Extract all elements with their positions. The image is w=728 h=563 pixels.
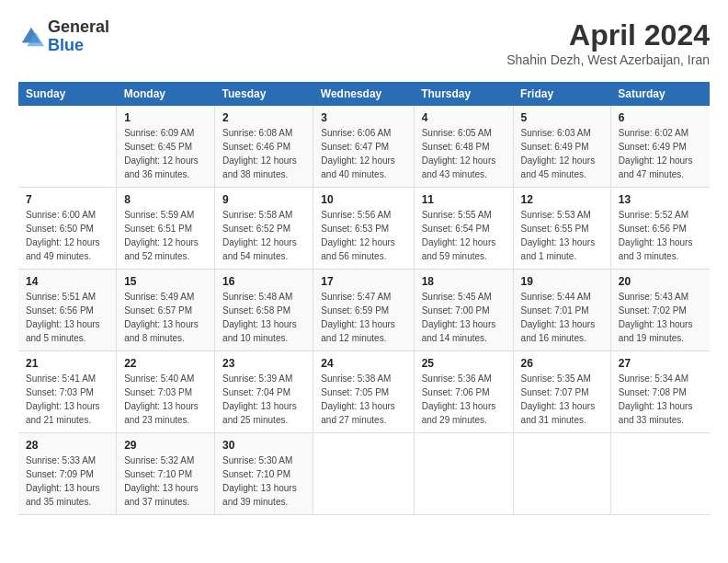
day-info: Sunrise: 6:02 AM Sunset: 6:49 PM Dayligh… bbox=[619, 126, 702, 181]
weekday-header: Saturday bbox=[610, 82, 710, 106]
calendar-cell bbox=[513, 433, 610, 515]
calendar-cell: 21Sunrise: 5:41 AM Sunset: 7:03 PM Dayli… bbox=[18, 351, 117, 433]
day-number: 27 bbox=[619, 357, 702, 370]
day-number: 29 bbox=[124, 439, 207, 452]
day-info: Sunrise: 5:52 AM Sunset: 6:56 PM Dayligh… bbox=[619, 208, 702, 263]
calendar-week-row: 28Sunrise: 5:33 AM Sunset: 7:09 PM Dayli… bbox=[18, 433, 710, 515]
day-info: Sunrise: 5:47 AM Sunset: 6:59 PM Dayligh… bbox=[321, 290, 405, 345]
day-info: Sunrise: 5:51 AM Sunset: 6:56 PM Dayligh… bbox=[26, 290, 108, 345]
calendar-cell bbox=[414, 433, 513, 515]
day-info: Sunrise: 6:03 AM Sunset: 6:49 PM Dayligh… bbox=[521, 126, 603, 181]
calendar-cell: 17Sunrise: 5:47 AM Sunset: 6:59 PM Dayli… bbox=[313, 270, 414, 351]
day-info: Sunrise: 6:05 AM Sunset: 6:48 PM Dayligh… bbox=[422, 126, 506, 181]
calendar-cell: 22Sunrise: 5:40 AM Sunset: 7:03 PM Dayli… bbox=[117, 351, 215, 433]
day-info: Sunrise: 5:58 AM Sunset: 6:52 PM Dayligh… bbox=[222, 208, 305, 263]
month-title: April 2024 bbox=[506, 18, 710, 52]
day-info: Sunrise: 5:59 AM Sunset: 6:51 PM Dayligh… bbox=[124, 208, 207, 263]
day-number: 8 bbox=[124, 193, 207, 206]
day-info: Sunrise: 5:38 AM Sunset: 7:05 PM Dayligh… bbox=[321, 372, 405, 427]
day-info: Sunrise: 5:34 AM Sunset: 7:08 PM Dayligh… bbox=[619, 372, 702, 427]
calendar-cell: 26Sunrise: 5:35 AM Sunset: 7:07 PM Dayli… bbox=[513, 351, 610, 433]
day-number: 19 bbox=[521, 275, 603, 288]
day-number: 26 bbox=[521, 357, 603, 370]
location: Shahin Dezh, West Azerbaijan, Iran bbox=[506, 52, 710, 67]
calendar-cell: 29Sunrise: 5:32 AM Sunset: 7:10 PM Dayli… bbox=[117, 433, 215, 515]
weekday-header: Sunday bbox=[18, 82, 117, 106]
calendar-cell: 18Sunrise: 5:45 AM Sunset: 7:00 PM Dayli… bbox=[414, 270, 513, 351]
day-number: 2 bbox=[222, 111, 305, 124]
calendar-cell: 27Sunrise: 5:34 AM Sunset: 7:08 PM Dayli… bbox=[610, 351, 710, 433]
day-number: 22 bbox=[124, 357, 207, 370]
calendar-cell: 11Sunrise: 5:55 AM Sunset: 6:54 PM Dayli… bbox=[414, 188, 513, 270]
day-number: 9 bbox=[222, 193, 305, 206]
day-info: Sunrise: 5:30 AM Sunset: 7:10 PM Dayligh… bbox=[222, 454, 305, 509]
day-info: Sunrise: 5:44 AM Sunset: 7:01 PM Dayligh… bbox=[521, 290, 603, 345]
day-number: 4 bbox=[422, 111, 506, 124]
weekday-header: Tuesday bbox=[215, 82, 313, 106]
calendar-cell: 1Sunrise: 6:09 AM Sunset: 6:45 PM Daylig… bbox=[117, 106, 215, 188]
calendar-week-row: 21Sunrise: 5:41 AM Sunset: 7:03 PM Dayli… bbox=[18, 351, 710, 433]
day-number: 6 bbox=[619, 111, 702, 124]
calendar-cell: 19Sunrise: 5:44 AM Sunset: 7:01 PM Dayli… bbox=[513, 270, 610, 351]
calendar-cell: 12Sunrise: 5:53 AM Sunset: 6:55 PM Dayli… bbox=[513, 188, 610, 270]
logo-text: General Blue bbox=[48, 18, 109, 55]
calendar-cell bbox=[610, 433, 710, 515]
day-number: 20 bbox=[619, 275, 702, 288]
day-info: Sunrise: 5:45 AM Sunset: 7:00 PM Dayligh… bbox=[422, 290, 506, 345]
calendar-cell: 20Sunrise: 5:43 AM Sunset: 7:02 PM Dayli… bbox=[610, 270, 710, 351]
day-info: Sunrise: 5:48 AM Sunset: 6:58 PM Dayligh… bbox=[222, 290, 305, 345]
title-block: April 2024 Shahin Dezh, West Azerbaijan,… bbox=[506, 18, 710, 67]
calendar-cell: 28Sunrise: 5:33 AM Sunset: 7:09 PM Dayli… bbox=[18, 433, 117, 515]
calendar-cell bbox=[313, 433, 414, 515]
day-info: Sunrise: 5:33 AM Sunset: 7:09 PM Dayligh… bbox=[26, 454, 108, 509]
logo: General Blue bbox=[18, 18, 109, 55]
calendar-table: SundayMondayTuesdayWednesdayThursdayFrid… bbox=[18, 82, 710, 515]
day-number: 18 bbox=[422, 275, 506, 288]
day-number: 14 bbox=[26, 275, 108, 288]
day-info: Sunrise: 5:36 AM Sunset: 7:06 PM Dayligh… bbox=[422, 372, 506, 427]
day-number: 1 bbox=[124, 111, 207, 124]
day-number: 5 bbox=[521, 111, 603, 124]
day-number: 30 bbox=[222, 439, 305, 452]
day-info: Sunrise: 5:56 AM Sunset: 6:53 PM Dayligh… bbox=[321, 208, 405, 263]
calendar-cell: 6Sunrise: 6:02 AM Sunset: 6:49 PM Daylig… bbox=[610, 106, 710, 188]
day-number: 12 bbox=[521, 193, 603, 206]
calendar-cell bbox=[18, 106, 117, 188]
day-info: Sunrise: 6:09 AM Sunset: 6:45 PM Dayligh… bbox=[124, 126, 207, 181]
weekday-header: Monday bbox=[117, 82, 215, 106]
calendar-cell: 10Sunrise: 5:56 AM Sunset: 6:53 PM Dayli… bbox=[313, 188, 414, 270]
weekday-header: Friday bbox=[513, 82, 610, 106]
day-info: Sunrise: 5:55 AM Sunset: 6:54 PM Dayligh… bbox=[422, 208, 506, 263]
day-number: 10 bbox=[321, 193, 405, 206]
day-info: Sunrise: 5:40 AM Sunset: 7:03 PM Dayligh… bbox=[124, 372, 207, 427]
calendar-cell: 4Sunrise: 6:05 AM Sunset: 6:48 PM Daylig… bbox=[414, 106, 513, 188]
calendar-cell: 5Sunrise: 6:03 AM Sunset: 6:49 PM Daylig… bbox=[513, 106, 610, 188]
calendar-cell: 23Sunrise: 5:39 AM Sunset: 7:04 PM Dayli… bbox=[215, 351, 313, 433]
calendar-cell: 13Sunrise: 5:52 AM Sunset: 6:56 PM Dayli… bbox=[610, 188, 710, 270]
day-number: 15 bbox=[124, 275, 207, 288]
day-info: Sunrise: 5:35 AM Sunset: 7:07 PM Dayligh… bbox=[521, 372, 603, 427]
calendar-cell: 25Sunrise: 5:36 AM Sunset: 7:06 PM Dayli… bbox=[414, 351, 513, 433]
day-number: 7 bbox=[26, 193, 108, 206]
day-info: Sunrise: 5:43 AM Sunset: 7:02 PM Dayligh… bbox=[619, 290, 702, 345]
day-info: Sunrise: 5:32 AM Sunset: 7:10 PM Dayligh… bbox=[124, 454, 207, 509]
calendar-cell: 3Sunrise: 6:06 AM Sunset: 6:47 PM Daylig… bbox=[313, 106, 414, 188]
calendar-cell: 9Sunrise: 5:58 AM Sunset: 6:52 PM Daylig… bbox=[215, 188, 313, 270]
weekday-header-row: SundayMondayTuesdayWednesdayThursdayFrid… bbox=[18, 82, 710, 106]
calendar-week-row: 7Sunrise: 6:00 AM Sunset: 6:50 PM Daylig… bbox=[18, 188, 710, 270]
day-number: 11 bbox=[422, 193, 506, 206]
calendar-cell: 24Sunrise: 5:38 AM Sunset: 7:05 PM Dayli… bbox=[313, 351, 414, 433]
calendar-cell: 16Sunrise: 5:48 AM Sunset: 6:58 PM Dayli… bbox=[215, 270, 313, 351]
page-header: General Blue April 2024 Shahin Dezh, Wes… bbox=[18, 18, 710, 67]
calendar-cell: 2Sunrise: 6:08 AM Sunset: 6:46 PM Daylig… bbox=[215, 106, 313, 188]
day-info: Sunrise: 5:53 AM Sunset: 6:55 PM Dayligh… bbox=[521, 208, 603, 263]
day-number: 17 bbox=[321, 275, 405, 288]
day-number: 24 bbox=[321, 357, 405, 370]
day-info: Sunrise: 6:00 AM Sunset: 6:50 PM Dayligh… bbox=[26, 208, 108, 263]
calendar-cell: 30Sunrise: 5:30 AM Sunset: 7:10 PM Dayli… bbox=[215, 433, 313, 515]
day-info: Sunrise: 5:49 AM Sunset: 6:57 PM Dayligh… bbox=[124, 290, 207, 345]
day-number: 3 bbox=[321, 111, 405, 124]
logo-icon bbox=[18, 24, 44, 50]
weekday-header: Wednesday bbox=[313, 82, 414, 106]
day-number: 21 bbox=[26, 357, 108, 370]
